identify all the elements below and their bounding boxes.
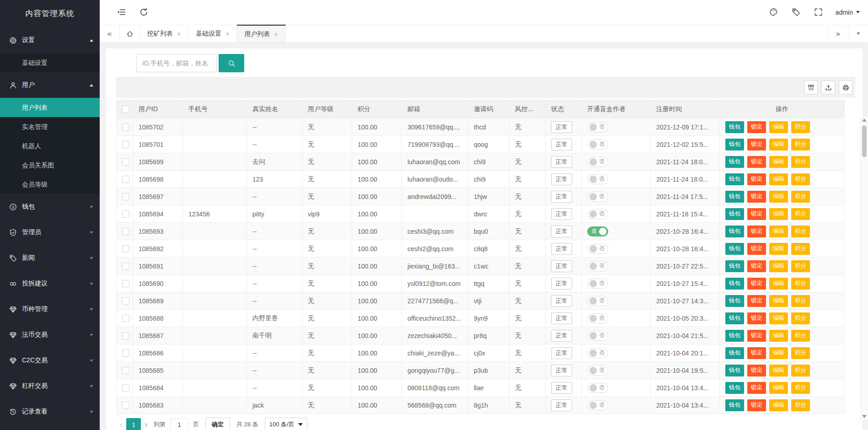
- status-button[interactable]: 正常: [551, 260, 572, 272]
- blind-box-toggle[interactable]: 否: [587, 209, 608, 219]
- status-button[interactable]: 正常: [551, 295, 572, 307]
- theme-palette-icon[interactable]: [769, 8, 778, 16]
- lock-button[interactable]: 锁定: [747, 139, 766, 150]
- edit-button[interactable]: 编辑: [769, 382, 788, 394]
- sidebar-subitem-member-graph[interactable]: 会员关系图: [0, 156, 100, 175]
- sidebar-item-lever-trade[interactable]: 杠杆交易: [0, 373, 100, 399]
- pagination-page-1[interactable]: 1: [126, 418, 141, 430]
- wallet-button[interactable]: 钱包: [725, 139, 744, 150]
- page-size-select[interactable]: 100 条/页: [265, 418, 307, 430]
- status-button[interactable]: 正常: [551, 399, 572, 411]
- search-input[interactable]: [136, 54, 217, 72]
- row-checkbox[interactable]: [122, 349, 129, 357]
- status-button[interactable]: 正常: [551, 365, 572, 376]
- wallet-button[interactable]: 钱包: [725, 365, 744, 376]
- sidebar-item-admins[interactable]: 管理员: [0, 220, 100, 245]
- edit-button[interactable]: 编辑: [769, 347, 788, 359]
- status-button[interactable]: 正常: [551, 121, 572, 133]
- row-checkbox[interactable]: [122, 193, 129, 200]
- blind-box-toggle[interactable]: 否: [587, 279, 608, 289]
- points-button[interactable]: 积分: [791, 226, 810, 237]
- wallet-button[interactable]: 钱包: [725, 226, 744, 237]
- search-button[interactable]: [219, 54, 244, 72]
- tabs-menu-icon[interactable]: [848, 25, 868, 43]
- sidebar-item-news[interactable]: 新闻: [0, 245, 100, 271]
- lock-button[interactable]: 锁定: [747, 191, 766, 203]
- status-button[interactable]: 正常: [551, 278, 572, 290]
- edit-button[interactable]: 编辑: [769, 278, 788, 290]
- close-icon[interactable]: ×: [177, 31, 181, 37]
- collapse-sidebar-icon[interactable]: [117, 8, 126, 16]
- sidebar-item-feedback[interactable]: 投拆建议: [0, 271, 100, 296]
- blind-box-toggle[interactable]: 否: [587, 313, 608, 323]
- blind-box-toggle[interactable]: 否: [587, 383, 608, 393]
- wallet-button[interactable]: 钱包: [725, 260, 744, 272]
- status-button[interactable]: 正常: [551, 139, 572, 150]
- points-button[interactable]: 积分: [791, 295, 810, 307]
- row-checkbox[interactable]: [122, 367, 129, 374]
- edit-button[interactable]: 编辑: [769, 260, 788, 272]
- sidebar-subitem-robot[interactable]: 机器人: [0, 136, 100, 156]
- tabs-scroll-left-icon[interactable]: «: [100, 25, 120, 43]
- row-checkbox[interactable]: [122, 384, 129, 392]
- pagination-jump-input[interactable]: [170, 418, 188, 430]
- edit-button[interactable]: 编辑: [769, 330, 788, 342]
- points-button[interactable]: 积分: [791, 347, 810, 359]
- sidebar-item-users[interactable]: 用户: [0, 72, 100, 98]
- points-button[interactable]: 积分: [791, 382, 810, 394]
- edit-button[interactable]: 编辑: [769, 139, 788, 150]
- wallet-button[interactable]: 钱包: [725, 312, 744, 324]
- lock-button[interactable]: 锁定: [747, 173, 766, 185]
- points-button[interactable]: 积分: [791, 191, 810, 203]
- lock-button[interactable]: 锁定: [747, 295, 766, 307]
- blind-box-toggle[interactable]: 否: [587, 366, 608, 376]
- table-scrollbar[interactable]: [860, 117, 868, 420]
- row-checkbox[interactable]: [122, 124, 129, 131]
- blind-box-toggle[interactable]: 否: [587, 244, 608, 254]
- sidebar-subitem-user-list[interactable]: 用户列表: [0, 98, 100, 117]
- status-button[interactable]: 正常: [551, 243, 572, 255]
- tab-基础设置[interactable]: 基础设置×: [188, 25, 237, 43]
- edit-button[interactable]: 编辑: [769, 226, 788, 237]
- print-icon[interactable]: [839, 81, 852, 94]
- edit-button[interactable]: 编辑: [769, 243, 788, 255]
- edit-button[interactable]: 编辑: [769, 295, 788, 307]
- status-button[interactable]: 正常: [551, 347, 572, 359]
- pagination-prev[interactable]: ‹: [116, 420, 126, 430]
- wallet-button[interactable]: 钱包: [725, 330, 744, 342]
- wallet-button[interactable]: 钱包: [725, 191, 744, 203]
- scroll-down-icon[interactable]: [862, 415, 867, 418]
- status-button[interactable]: 正常: [551, 173, 572, 185]
- sidebar-item-coin-manage[interactable]: 币种管理: [0, 296, 100, 322]
- lock-button[interactable]: 锁定: [747, 399, 766, 411]
- fullscreen-icon[interactable]: [814, 8, 823, 16]
- blind-box-toggle[interactable]: 否: [587, 192, 608, 202]
- export-icon[interactable]: [821, 81, 835, 94]
- sidebar-item-c2c-trade[interactable]: C2C交易: [0, 348, 100, 373]
- lock-button[interactable]: 锁定: [747, 243, 766, 255]
- row-checkbox[interactable]: [122, 176, 129, 183]
- sidebar-item-settings[interactable]: 设置: [0, 27, 100, 53]
- points-button[interactable]: 积分: [791, 365, 810, 376]
- wallet-button[interactable]: 钱包: [725, 399, 744, 411]
- points-button[interactable]: 积分: [791, 208, 810, 220]
- edit-button[interactable]: 编辑: [769, 173, 788, 185]
- row-checkbox[interactable]: [122, 210, 129, 218]
- sidebar-item-wallet[interactable]: $钱包: [0, 194, 100, 220]
- points-button[interactable]: 积分: [791, 243, 810, 255]
- row-checkbox[interactable]: [122, 158, 129, 166]
- pagination-confirm-button[interactable]: 确定: [205, 418, 230, 430]
- row-checkbox[interactable]: [122, 315, 129, 322]
- wallet-button[interactable]: 钱包: [725, 173, 744, 185]
- edit-button[interactable]: 编辑: [769, 365, 788, 376]
- refresh-icon[interactable]: [139, 8, 148, 16]
- sidebar-subitem-basic-settings[interactable]: 基础设置: [0, 53, 100, 72]
- status-button[interactable]: 正常: [551, 191, 572, 203]
- tabs-scroll-right-icon[interactable]: »: [828, 25, 848, 43]
- lock-button[interactable]: 锁定: [747, 121, 766, 133]
- row-checkbox[interactable]: [122, 245, 129, 253]
- lock-button[interactable]: 锁定: [747, 226, 766, 237]
- row-checkbox[interactable]: [122, 280, 129, 287]
- tab-home[interactable]: [120, 25, 140, 43]
- lock-button[interactable]: 锁定: [747, 156, 766, 168]
